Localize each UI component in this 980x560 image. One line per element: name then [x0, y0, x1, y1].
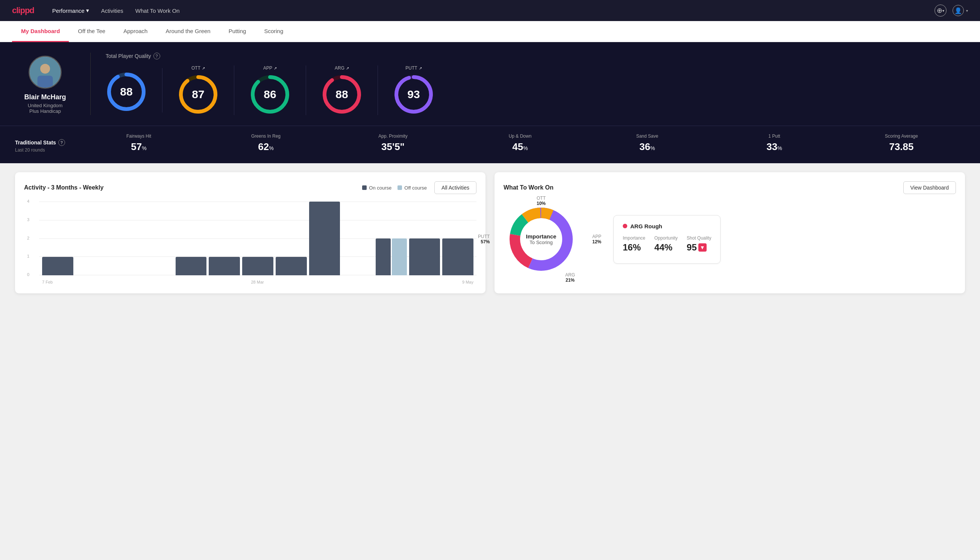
stats-help-icon[interactable]: ?	[58, 139, 65, 146]
putt-pct: 57%	[478, 239, 490, 245]
bar-group	[42, 257, 73, 275]
bar-group	[276, 257, 307, 275]
circle-tpq-visual: 88	[106, 71, 147, 112]
stat-1-putt: 1 Putt 33%	[711, 133, 838, 153]
circle-putt: PUTT ↗ 93	[378, 65, 449, 115]
activity-card: Activity - 3 Months - Weekly On course O…	[15, 172, 486, 293]
x-label-may: 9 May	[462, 280, 473, 284]
wtw-content: OTT 10% APP 12% ARG 21% PUTT 57%	[504, 202, 956, 277]
circle-app-label: APP ↗	[263, 65, 277, 71]
circle-ott: OTT ↗ 87	[163, 65, 234, 115]
circle-ott-label: OTT ↗	[191, 65, 205, 71]
stat-greens-in-reg: Greens In Reg 62%	[202, 133, 329, 153]
tab-scoring[interactable]: Scoring	[255, 21, 292, 42]
donut-center: Importance To Scoring	[526, 233, 557, 245]
circle-putt-value: 93	[407, 88, 420, 101]
tab-approach[interactable]: Approach	[114, 21, 156, 42]
all-activities-button[interactable]: All Activities	[434, 181, 476, 194]
stat-fairways-hit: Fairways Hit 57%	[75, 133, 202, 153]
arg-rough-dot	[623, 224, 627, 228]
circle-ott-value: 87	[192, 88, 204, 101]
hero-divider	[90, 53, 91, 115]
stats-subtitle: Last 20 rounds	[15, 147, 75, 153]
metric-opportunity: Opportunity 44%	[654, 235, 678, 253]
wtw-metrics: Importance 16% Opportunity 44% Shot Qual…	[623, 235, 711, 253]
putt-label: PUTT	[478, 234, 490, 239]
legend-oncourse-dot	[362, 185, 367, 190]
bars-container	[39, 202, 476, 275]
wtw-card-title: What To Work On	[504, 184, 554, 191]
app-label: APP	[592, 234, 601, 239]
user-menu[interactable]: 👤 ▾	[953, 5, 968, 16]
stat-app-proximity: App. Proximity 35'5"	[329, 133, 456, 153]
circle-app-value: 86	[264, 88, 276, 101]
stats-label-block: Traditional Stats ? Last 20 rounds	[15, 139, 75, 153]
donut-chart: Importance To Scoring	[504, 202, 579, 277]
bar-chart-area: 4 3 2 1 0 7 Feb 28 Mar 9 May	[24, 202, 476, 284]
legend-oncourse: On course	[362, 185, 391, 191]
tab-off-the-tee[interactable]: Off the Tee	[69, 21, 114, 42]
wtw-card-header: What To Work On View Dashboard	[504, 181, 956, 194]
logo: clippd	[12, 6, 34, 15]
stat-up-down: Up & Down 45%	[456, 133, 584, 153]
wtw-info-title: ARG Rough	[623, 223, 711, 229]
bar-oncourse	[409, 238, 440, 275]
quality-circles: 88 OTT ↗ 87	[106, 65, 965, 115]
bar-oncourse	[442, 238, 473, 275]
ott-label: OTT	[537, 195, 546, 201]
circle-ott-visual: 87	[178, 74, 219, 115]
svg-point-1	[40, 64, 50, 74]
bottom-section: Activity - 3 Months - Weekly On course O…	[0, 163, 980, 302]
quality-label: Total Player Quality ?	[106, 53, 965, 59]
stats-section: Traditional Stats ? Last 20 rounds Fairw…	[0, 126, 980, 163]
metric-importance: Importance 16%	[623, 235, 645, 253]
x-label-mar: 28 Mar	[251, 280, 264, 284]
ott-pct: 10%	[537, 201, 546, 206]
bar-oncourse	[209, 257, 240, 275]
x-axis: 7 Feb 28 Mar 9 May	[39, 280, 476, 284]
circle-app-visual: 86	[249, 74, 291, 115]
tab-putting[interactable]: Putting	[220, 21, 255, 42]
arg-label: ARG	[565, 272, 575, 278]
tab-around-the-green[interactable]: Around the Green	[156, 21, 219, 42]
bar-group	[309, 202, 340, 275]
bar-oncourse	[242, 257, 273, 275]
circle-putt-label: PUTT ↗	[405, 65, 421, 71]
player-country: United Kingdom	[28, 103, 63, 108]
avatar	[28, 56, 62, 89]
player-name: Blair McHarg	[24, 93, 66, 101]
bar-group	[176, 257, 207, 275]
nav-performance[interactable]: Performance ▾	[52, 7, 89, 14]
circle-putt-visual: 93	[393, 74, 434, 115]
activity-card-header: Activity - 3 Months - Weekly On course O…	[24, 181, 476, 194]
donut-center-main: Importance	[526, 233, 557, 240]
bar-group	[376, 238, 407, 275]
hero-section: Blair McHarg United Kingdom Plus Handica…	[0, 42, 980, 126]
bar-group	[409, 238, 440, 275]
nav-what-to-work-on[interactable]: What To Work On	[135, 8, 180, 14]
circle-tpq: 88	[106, 68, 163, 112]
tab-bar: My Dashboard Off the Tee Approach Around…	[0, 21, 980, 42]
quality-help-icon[interactable]: ?	[153, 53, 160, 59]
x-label-feb: 7 Feb	[42, 280, 53, 284]
bar-oncourse	[176, 257, 207, 275]
stat-scoring-average: Scoring Average 73.85	[838, 133, 965, 153]
legend-offcourse-dot	[398, 185, 402, 190]
tab-my-dashboard[interactable]: My Dashboard	[12, 21, 69, 42]
metric-shot-quality: Shot Quality 95 ▼	[687, 235, 711, 253]
wtw-info-card: ARG Rough Importance 16% Opportunity 44%…	[613, 215, 720, 263]
bar-offcourse	[392, 238, 407, 275]
stat-items: Fairways Hit 57% Greens In Reg 62% App. …	[75, 133, 965, 153]
nav-activities[interactable]: Activities	[101, 8, 123, 14]
bar-group	[242, 257, 273, 275]
bar-oncourse	[376, 238, 391, 275]
app-pct: 12%	[592, 239, 601, 245]
activity-card-title: Activity - 3 Months - Weekly	[24, 184, 103, 191]
view-dashboard-button[interactable]: View Dashboard	[903, 181, 956, 194]
circle-app: APP ↗ 86	[234, 65, 306, 115]
add-button[interactable]: ⊕ ▾	[935, 5, 947, 17]
stat-sand-save: Sand Save 36%	[584, 133, 711, 153]
bar-oncourse	[309, 202, 340, 275]
donut-center-sub: To Scoring	[526, 240, 557, 245]
bar-group	[442, 238, 473, 275]
